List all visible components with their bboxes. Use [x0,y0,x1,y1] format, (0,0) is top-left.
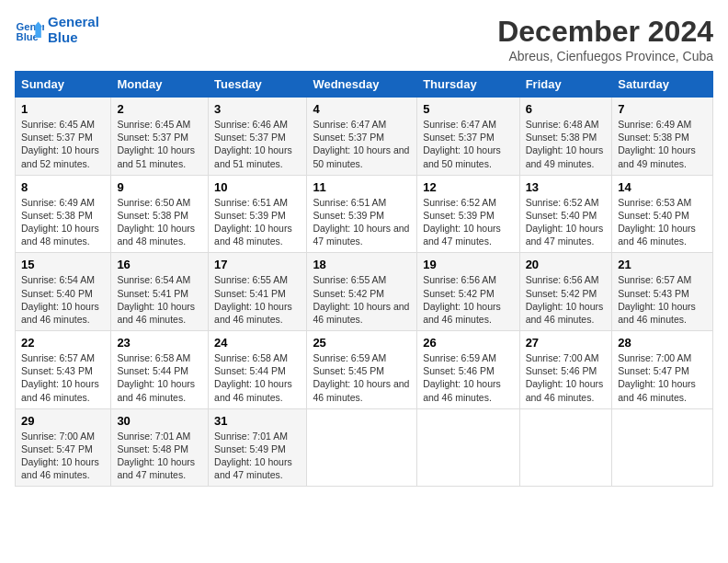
calendar-cell: 12 Sunrise: 6:52 AM Sunset: 5:39 PM Dayl… [417,175,519,253]
col-header-saturday: Saturday [612,72,713,98]
day-number: 27 [526,336,607,350]
day-info: Sunrise: 6:54 AM Sunset: 5:41 PM Dayligh… [117,273,202,326]
day-info: Sunrise: 6:48 AM Sunset: 5:38 PM Dayligh… [526,118,607,170]
logo-blue: Blue [48,30,99,46]
day-number: 1 [21,102,105,116]
calendar-cell: 22 Sunrise: 6:57 AM Sunset: 5:43 PM Dayl… [16,331,111,409]
page-subtitle: Abreus, Cienfuegos Province, Cuba [497,49,713,63]
col-header-thursday: Thursday [417,72,519,98]
day-info: Sunrise: 6:46 AM Sunset: 5:37 PM Dayligh… [214,118,301,170]
day-info: Sunrise: 6:49 AM Sunset: 5:38 PM Dayligh… [21,196,105,248]
day-info: Sunrise: 6:57 AM Sunset: 5:43 PM Dayligh… [21,351,105,404]
day-info: Sunrise: 6:52 AM Sunset: 5:39 PM Dayligh… [423,196,513,248]
logo-general: General [48,15,99,30]
day-info: Sunrise: 6:56 AM Sunset: 5:42 PM Dayligh… [423,273,513,326]
day-number: 25 [313,336,411,350]
calendar-header-row: SundayMondayTuesdayWednesdayThursdayFrid… [16,72,713,98]
day-number: 26 [423,336,513,350]
calendar-cell: 30 Sunrise: 7:01 AM Sunset: 5:48 PM Dayl… [111,408,209,487]
day-number: 5 [423,102,513,116]
calendar-cell: 2 Sunrise: 6:45 AM Sunset: 5:37 PM Dayli… [111,98,209,176]
calendar-cell: 27 Sunrise: 7:00 AM Sunset: 5:46 PM Dayl… [519,331,612,409]
day-info: Sunrise: 6:52 AM Sunset: 5:40 PM Dayligh… [526,196,607,248]
day-info: Sunrise: 6:59 AM Sunset: 5:45 PM Dayligh… [313,351,411,404]
day-number: 3 [214,102,301,116]
calendar-cell: 17 Sunrise: 6:55 AM Sunset: 5:41 PM Dayl… [209,253,307,331]
calendar-cell: 25 Sunrise: 6:59 AM Sunset: 5:45 PM Dayl… [307,331,417,409]
logo: General Blue General Blue [15,15,99,45]
day-number: 19 [423,258,513,271]
calendar-cell: 18 Sunrise: 6:55 AM Sunset: 5:42 PM Dayl… [307,253,417,331]
day-number: 2 [117,102,202,116]
day-info: Sunrise: 6:51 AM Sunset: 5:39 PM Dayligh… [214,196,301,248]
day-number: 20 [526,258,607,271]
calendar-cell: 15 Sunrise: 6:54 AM Sunset: 5:40 PM Dayl… [16,253,111,331]
day-info: Sunrise: 6:51 AM Sunset: 5:39 PM Dayligh… [313,196,411,248]
day-number: 30 [117,414,202,428]
calendar-cell: 6 Sunrise: 6:48 AM Sunset: 5:38 PM Dayli… [519,98,612,176]
calendar-cell: 3 Sunrise: 6:46 AM Sunset: 5:37 PM Dayli… [209,98,307,176]
calendar-cell: 28 Sunrise: 7:00 AM Sunset: 5:47 PM Dayl… [612,331,713,409]
page-title: December 2024 [497,15,713,49]
calendar-week-row: 29 Sunrise: 7:00 AM Sunset: 5:47 PM Dayl… [16,408,713,487]
calendar-cell: 1 Sunrise: 6:45 AM Sunset: 5:37 PM Dayli… [16,98,111,176]
day-number: 8 [21,180,105,194]
logo-icon: General Blue [15,16,44,45]
calendar-cell: 9 Sunrise: 6:50 AM Sunset: 5:38 PM Dayli… [111,175,209,253]
day-info: Sunrise: 6:58 AM Sunset: 5:44 PM Dayligh… [214,351,301,404]
day-number: 24 [214,336,301,350]
calendar-cell: 16 Sunrise: 6:54 AM Sunset: 5:41 PM Dayl… [111,253,209,331]
day-number: 23 [117,336,202,350]
col-header-friday: Friday [519,72,612,98]
calendar-cell: 10 Sunrise: 6:51 AM Sunset: 5:39 PM Dayl… [209,175,307,253]
day-info: Sunrise: 6:45 AM Sunset: 5:37 PM Dayligh… [117,118,202,170]
svg-text:Blue: Blue [17,31,39,42]
day-info: Sunrise: 6:54 AM Sunset: 5:40 PM Dayligh… [21,273,105,326]
day-info: Sunrise: 6:55 AM Sunset: 5:42 PM Dayligh… [313,273,411,326]
day-info: Sunrise: 6:47 AM Sunset: 5:37 PM Dayligh… [313,118,411,170]
day-number: 4 [313,102,411,116]
day-number: 13 [526,180,607,194]
calendar-cell: 13 Sunrise: 6:52 AM Sunset: 5:40 PM Dayl… [519,175,612,253]
day-number: 6 [526,102,607,116]
calendar-week-row: 22 Sunrise: 6:57 AM Sunset: 5:43 PM Dayl… [16,331,713,409]
day-info: Sunrise: 7:00 AM Sunset: 5:47 PM Dayligh… [21,430,105,482]
calendar-cell: 31 Sunrise: 7:01 AM Sunset: 5:49 PM Dayl… [209,408,307,487]
col-header-wednesday: Wednesday [307,72,417,98]
day-info: Sunrise: 6:45 AM Sunset: 5:37 PM Dayligh… [21,118,105,170]
calendar-cell: 26 Sunrise: 6:59 AM Sunset: 5:46 PM Dayl… [417,331,519,409]
calendar-week-row: 1 Sunrise: 6:45 AM Sunset: 5:37 PM Dayli… [16,98,713,176]
day-number: 17 [214,258,301,271]
day-number: 21 [618,258,707,271]
calendar-cell: 14 Sunrise: 6:53 AM Sunset: 5:40 PM Dayl… [612,175,713,253]
day-info: Sunrise: 7:01 AM Sunset: 5:48 PM Dayligh… [117,430,202,482]
calendar-cell: 29 Sunrise: 7:00 AM Sunset: 5:47 PM Dayl… [16,408,111,487]
day-info: Sunrise: 6:55 AM Sunset: 5:41 PM Dayligh… [214,273,301,326]
calendar-cell: 4 Sunrise: 6:47 AM Sunset: 5:37 PM Dayli… [307,98,417,176]
day-number: 18 [313,258,411,271]
day-number: 14 [618,180,707,194]
calendar-cell: 11 Sunrise: 6:51 AM Sunset: 5:39 PM Dayl… [307,175,417,253]
calendar-cell: 19 Sunrise: 6:56 AM Sunset: 5:42 PM Dayl… [417,253,519,331]
day-number: 10 [214,180,301,194]
calendar-cell: 24 Sunrise: 6:58 AM Sunset: 5:44 PM Dayl… [209,331,307,409]
day-number: 9 [117,180,202,194]
day-info: Sunrise: 6:53 AM Sunset: 5:40 PM Dayligh… [618,196,707,248]
day-info: Sunrise: 6:59 AM Sunset: 5:46 PM Dayligh… [423,351,513,404]
day-info: Sunrise: 7:00 AM Sunset: 5:46 PM Dayligh… [526,351,607,404]
header: General Blue General Blue December 2024 … [15,15,713,63]
day-number: 15 [21,258,105,271]
day-info: Sunrise: 6:50 AM Sunset: 5:38 PM Dayligh… [117,196,202,248]
col-header-sunday: Sunday [16,72,111,98]
day-number: 22 [21,336,105,350]
calendar-cell: 21 Sunrise: 6:57 AM Sunset: 5:43 PM Dayl… [612,253,713,331]
calendar-cell: 23 Sunrise: 6:58 AM Sunset: 5:44 PM Dayl… [111,331,209,409]
day-info: Sunrise: 7:00 AM Sunset: 5:47 PM Dayligh… [618,351,707,404]
col-header-tuesday: Tuesday [209,72,307,98]
day-number: 7 [618,102,707,116]
calendar-week-row: 8 Sunrise: 6:49 AM Sunset: 5:38 PM Dayli… [16,175,713,253]
col-header-monday: Monday [111,72,209,98]
day-number: 12 [423,180,513,194]
day-info: Sunrise: 6:57 AM Sunset: 5:43 PM Dayligh… [618,273,707,326]
day-number: 11 [313,180,411,194]
